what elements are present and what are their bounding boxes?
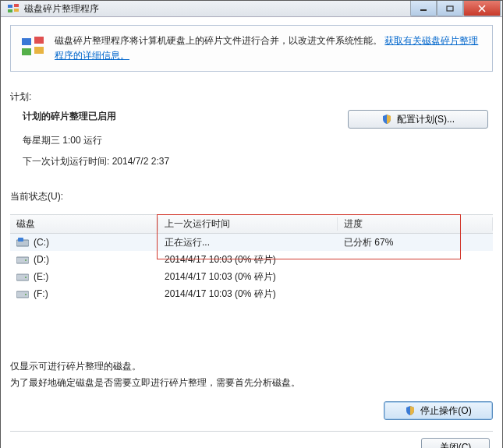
column-last-run[interactable]: 上一次运行时间 xyxy=(158,217,338,231)
schedule-run-every: 每星期三 1:00 运行 xyxy=(23,134,348,147)
table-row[interactable]: (E:) 2014/4/17 10:03 (0% 碎片) xyxy=(10,268,493,285)
disk-table: 磁盘 上一次运行时间 进度 (C:) 正在运行... xyxy=(10,214,493,351)
disk-name: (E:) xyxy=(34,271,48,282)
table-row[interactable]: (D:) 2014/4/17 10:03 (0% 碎片) xyxy=(10,251,493,268)
last-run-value: 2014/4/17 10:03 (0% 碎片) xyxy=(158,253,338,266)
schedule-enabled-title: 计划的碎片整理已启用 xyxy=(23,110,348,123)
close-button[interactable]: 关闭(C) xyxy=(421,438,490,448)
svg-rect-12 xyxy=(16,257,29,263)
info-text: 磁盘碎片整理程序将计算机硬盘上的碎片文件进行合并，以改进文件系统性能。 获取有关… xyxy=(55,34,483,63)
table-row[interactable]: (F:) 2014/4/17 10:03 (0% 碎片) xyxy=(10,285,493,302)
svg-rect-2 xyxy=(8,9,12,12)
progress-value: 已分析 67% xyxy=(338,236,493,249)
svg-rect-14 xyxy=(16,274,29,280)
svg-point-13 xyxy=(25,259,27,261)
table-body: (C:) 正在运行... 已分析 67% (D:) 2014/4/17 10:0… xyxy=(10,234,493,351)
svg-rect-16 xyxy=(16,291,29,298)
drive-c-icon xyxy=(16,238,29,247)
svg-rect-5 xyxy=(447,6,453,11)
svg-rect-4 xyxy=(420,9,427,11)
svg-rect-7 xyxy=(34,37,44,44)
configure-schedule-label: 配置计划(S)... xyxy=(397,113,455,126)
action-row: 停止操作(O) xyxy=(10,401,493,420)
svg-rect-1 xyxy=(14,4,19,7)
table-row[interactable]: (C:) 正在运行... 已分析 67% xyxy=(10,234,493,251)
svg-rect-9 xyxy=(34,47,44,54)
footer-note: 仅显示可进行碎片整理的磁盘。 为了最好地确定磁盘是否需要立即进行碎片整理，需要首… xyxy=(10,358,493,390)
defrag-icon xyxy=(20,34,47,60)
minimize-button[interactable] xyxy=(410,1,437,16)
content-area: 磁盘碎片整理程序将计算机硬盘上的碎片文件进行合并，以改进文件系统性能。 获取有关… xyxy=(1,17,502,448)
drive-icon xyxy=(16,272,29,281)
info-description: 磁盘碎片整理程序将计算机硬盘上的碎片文件进行合并，以改进文件系统性能。 xyxy=(55,35,382,46)
column-progress[interactable]: 进度 xyxy=(338,217,493,231)
svg-rect-6 xyxy=(22,38,31,45)
shield-icon xyxy=(381,114,392,125)
svg-rect-3 xyxy=(14,9,19,12)
note-line-2: 为了最好地确定磁盘是否需要立即进行碎片整理，需要首先分析磁盘。 xyxy=(10,375,493,390)
disk-name: (D:) xyxy=(34,254,49,265)
last-run-value: 2014/4/17 10:03 (0% 碎片) xyxy=(158,270,338,284)
svg-point-15 xyxy=(25,277,27,278)
info-box: 磁盘碎片整理程序将计算机硬盘上的碎片文件进行合并，以改进文件系统性能。 获取有关… xyxy=(10,25,493,72)
schedule-label: 计划: xyxy=(10,90,493,104)
svg-rect-0 xyxy=(8,5,12,8)
shield-icon xyxy=(405,405,416,416)
svg-point-17 xyxy=(25,294,27,295)
maximize-button[interactable] xyxy=(437,1,463,16)
app-icon xyxy=(7,2,19,15)
note-line-1: 仅显示可进行碎片整理的磁盘。 xyxy=(10,358,493,374)
drive-icon xyxy=(16,289,29,298)
window-buttons xyxy=(410,1,501,16)
last-run-value: 2014/4/17 10:03 (0% 碎片) xyxy=(158,287,338,301)
status-label: 当前状态(U): xyxy=(10,190,493,203)
schedule-area: 计划的碎片整理已启用 每星期三 1:00 运行 下一次计划运行时间: 2014/… xyxy=(10,110,493,176)
defrag-window: 磁盘碎片整理程序 磁盘碎片整理程序 xyxy=(0,0,503,448)
stop-button-label: 停止操作(O) xyxy=(420,404,471,418)
schedule-next-run: 下一次计划运行时间: 2014/7/2 2:37 xyxy=(23,155,348,168)
last-run-value: 正在运行... xyxy=(158,236,338,249)
svg-rect-11 xyxy=(18,238,23,242)
schedule-info: 计划的碎片整理已启用 每星期三 1:00 运行 下一次计划运行时间: 2014/… xyxy=(15,110,348,176)
disk-name: (C:) xyxy=(34,237,49,248)
configure-schedule-button[interactable]: 配置计划(S)... xyxy=(348,110,488,129)
table-header: 磁盘 上一次运行时间 进度 xyxy=(10,215,493,234)
svg-rect-8 xyxy=(22,48,31,55)
stop-button[interactable]: 停止操作(O) xyxy=(384,401,493,420)
disk-name: (F:) xyxy=(34,288,48,299)
close-button-label: 关闭(C) xyxy=(440,441,472,448)
window-title: 磁盘碎片整理程序 xyxy=(24,2,410,16)
close-row: 关闭(C) xyxy=(10,431,493,448)
titlebar: 磁盘碎片整理程序 xyxy=(1,1,502,17)
drive-icon xyxy=(16,255,29,264)
column-disk[interactable]: 磁盘 xyxy=(10,217,158,231)
close-window-button[interactable] xyxy=(463,1,501,16)
